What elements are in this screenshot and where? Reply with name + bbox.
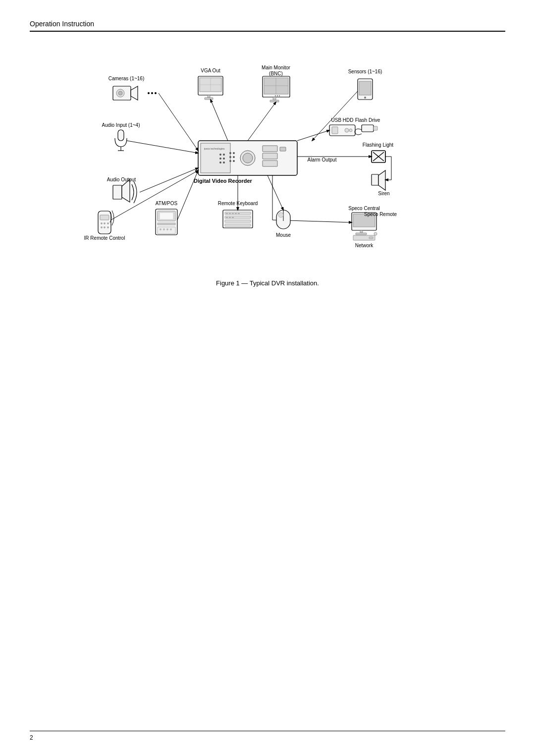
svg-rect-70 — [374, 126, 377, 130]
page-title: Operation Instruction — [30, 20, 94, 28]
svg-text:Flashing Light: Flashing Light — [363, 142, 393, 148]
svg-rect-29 — [279, 95, 280, 97]
svg-point-67 — [349, 129, 352, 132]
svg-rect-107 — [238, 213, 240, 214]
svg-rect-132 — [158, 227, 175, 234]
svg-marker-61 — [122, 179, 130, 202]
svg-point-14 — [233, 160, 235, 162]
svg-text:ATM/POS: ATM/POS — [156, 201, 178, 206]
svg-rect-27 — [275, 95, 276, 97]
svg-line-54 — [159, 93, 198, 151]
svg-point-136 — [170, 228, 172, 230]
svg-rect-19 — [263, 161, 277, 166]
svg-point-92 — [374, 232, 377, 235]
installation-diagram: ipeco technologies Digita — [45, 42, 490, 270]
svg-rect-104 — [229, 213, 231, 214]
svg-point-12 — [233, 156, 235, 158]
svg-rect-26 — [270, 100, 279, 102]
svg-text:Flash Drive: Flash Drive — [355, 117, 380, 123]
svg-rect-110 — [232, 217, 234, 218]
svg-rect-42 — [359, 81, 371, 95]
svg-point-11 — [229, 156, 231, 158]
svg-line-138 — [177, 170, 198, 220]
svg-point-52 — [155, 92, 157, 94]
svg-point-49 — [118, 91, 122, 95]
svg-text:(BNC): (BNC) — [269, 71, 283, 76]
svg-rect-20 — [280, 147, 286, 151]
svg-point-13 — [229, 160, 231, 162]
page-footer: 2 — [30, 731, 505, 741]
svg-point-51 — [151, 92, 153, 94]
header-section: Operation Instruction — [30, 20, 505, 32]
svg-point-125 — [107, 226, 109, 228]
svg-line-40 — [211, 100, 228, 141]
svg-point-122 — [107, 222, 109, 224]
dvr-label: Digital Video Recorder — [194, 178, 252, 184]
svg-rect-37 — [208, 95, 210, 98]
diagram-area: ipeco technologies Digita — [45, 42, 490, 270]
svg-text:Cameras  (1~16): Cameras (1~16) — [108, 76, 145, 81]
svg-rect-108 — [226, 217, 228, 218]
svg-text:Network: Network — [355, 243, 374, 248]
svg-text:Speco Remote: Speco Remote — [364, 212, 397, 217]
svg-text:Audio Output: Audio Output — [107, 177, 136, 182]
svg-rect-131 — [160, 213, 173, 219]
figure-caption-text: Figure 1 — Typical DVR installation. — [216, 279, 319, 287]
svg-point-135 — [166, 228, 168, 230]
svg-text:Speco Central: Speco Central — [348, 206, 379, 211]
svg-point-123 — [101, 226, 103, 228]
svg-rect-55 — [118, 130, 124, 141]
svg-marker-47 — [131, 86, 138, 100]
svg-line-117 — [268, 175, 283, 210]
svg-point-4 — [223, 154, 225, 156]
svg-point-124 — [104, 226, 106, 228]
svg-point-134 — [163, 228, 165, 230]
svg-text:VGA Out: VGA Out — [201, 68, 220, 73]
svg-rect-106 — [235, 213, 237, 214]
svg-point-115 — [278, 213, 283, 217]
svg-text:USB HDD: USB HDD — [331, 117, 353, 123]
page-container: Operation Instruction ipeco technologies — [0, 0, 535, 756]
svg-rect-130 — [158, 223, 175, 225]
svg-rect-38 — [205, 98, 213, 100]
svg-text:Alarm Output: Alarm Output — [308, 157, 337, 162]
svg-point-66 — [345, 128, 349, 132]
svg-line-32 — [248, 102, 276, 141]
svg-text:Audio Input (1~4): Audio Input (1~4) — [102, 122, 140, 128]
svg-point-16 — [243, 153, 253, 163]
svg-rect-69 — [362, 125, 374, 132]
svg-text:Siren: Siren — [378, 191, 389, 196]
svg-text:Sensors (1~16): Sensors (1~16) — [348, 69, 382, 74]
svg-rect-119 — [100, 215, 109, 220]
svg-rect-17 — [263, 146, 277, 152]
svg-marker-80 — [378, 170, 385, 190]
svg-point-7 — [219, 162, 221, 163]
page-number: 2 — [30, 734, 33, 741]
svg-point-133 — [160, 228, 161, 230]
svg-rect-18 — [263, 153, 277, 159]
svg-rect-102 — [225, 224, 251, 226]
svg-point-9 — [229, 152, 231, 154]
svg-text:ipeco technologies: ipeco technologies — [204, 147, 225, 150]
svg-point-121 — [104, 222, 106, 224]
svg-point-120 — [101, 222, 103, 224]
svg-line-63 — [140, 168, 198, 192]
svg-rect-79 — [372, 174, 378, 185]
svg-rect-105 — [232, 213, 234, 214]
svg-rect-109 — [229, 217, 231, 218]
svg-rect-22 — [264, 78, 288, 94]
svg-rect-91 — [369, 237, 373, 239]
svg-text:Mouse: Mouse — [276, 232, 291, 238]
svg-point-50 — [148, 92, 150, 94]
svg-point-10 — [233, 152, 235, 154]
svg-rect-60 — [113, 185, 122, 199]
svg-rect-89 — [356, 233, 367, 235]
svg-rect-28 — [277, 95, 278, 97]
svg-point-3 — [219, 154, 221, 156]
svg-point-5 — [219, 158, 221, 160]
svg-rect-25 — [273, 97, 276, 100]
svg-rect-103 — [226, 213, 228, 214]
svg-rect-100 — [225, 216, 251, 218]
svg-line-59 — [127, 141, 198, 153]
svg-text:Main Monitor: Main Monitor — [262, 65, 290, 70]
